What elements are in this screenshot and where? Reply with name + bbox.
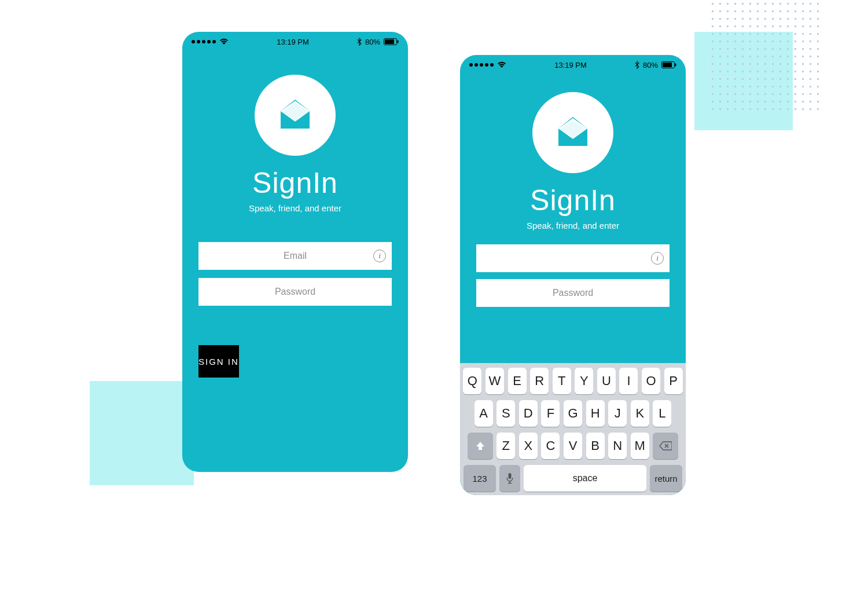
key-u[interactable]: U (597, 368, 616, 394)
key-x[interactable]: X (519, 433, 538, 459)
key-b[interactable]: B (586, 433, 605, 459)
key-c[interactable]: C (541, 433, 560, 459)
app-logo (255, 75, 336, 156)
key-l[interactable]: L (653, 400, 671, 427)
svg-rect-4 (663, 63, 672, 67)
email-field-wrap: i (476, 244, 670, 272)
key-e[interactable]: E (508, 368, 527, 394)
status-time: 13:19 PM (277, 38, 309, 46)
key-numbers[interactable]: 123 (464, 465, 496, 492)
svg-rect-2 (398, 41, 399, 43)
phone-signin-idle: 13:19 PM 80% (182, 32, 408, 472)
bluetooth-icon (635, 61, 639, 69)
key-y[interactable]: Y (575, 368, 593, 394)
key-shift[interactable] (468, 433, 493, 459)
key-h[interactable]: H (586, 400, 605, 427)
key-backspace[interactable] (653, 433, 678, 459)
battery-icon (661, 61, 676, 68)
phone-signin-keyboard: 13:19 PM 80% (460, 55, 686, 495)
svg-rect-1 (385, 39, 394, 44)
key-mic[interactable] (499, 465, 520, 492)
key-s[interactable]: S (496, 400, 515, 427)
key-t[interactable]: T (553, 368, 571, 394)
key-m[interactable]: M (631, 433, 649, 459)
key-i[interactable]: I (619, 368, 638, 394)
signin-button[interactable]: SIGN IN (198, 345, 239, 378)
key-return[interactable]: return (650, 465, 682, 492)
key-z[interactable]: Z (496, 433, 515, 459)
key-n[interactable]: N (608, 433, 627, 459)
key-w[interactable]: W (486, 368, 504, 394)
battery-percent: 80% (643, 61, 658, 69)
cellular-signal-icon (469, 63, 494, 67)
app-subtitle: Speak, friend, and enter (249, 203, 341, 213)
battery-icon (384, 38, 399, 45)
email-field[interactable] (198, 242, 392, 270)
email-field-wrap: i (198, 242, 392, 270)
key-space[interactable]: space (524, 465, 646, 492)
key-f[interactable]: F (541, 400, 560, 427)
app-logo (532, 92, 613, 173)
app-title: SignIn (530, 184, 616, 217)
key-j[interactable]: J (608, 400, 627, 427)
envelope-open-icon (553, 111, 593, 154)
status-bar: 13:19 PM 80% (460, 55, 686, 75)
onscreen-keyboard: QWERTYUIOP ASDFGHJKL ZXCVBNM 123 space r… (460, 363, 686, 495)
svg-rect-6 (509, 473, 512, 479)
key-q[interactable]: Q (463, 368, 481, 394)
key-p[interactable]: P (664, 368, 683, 394)
app-subtitle: Speak, friend, and enter (527, 221, 619, 230)
key-k[interactable]: K (631, 400, 649, 427)
wifi-icon (497, 61, 506, 68)
envelope-open-icon (275, 94, 315, 137)
info-icon[interactable]: i (373, 250, 386, 262)
key-a[interactable]: A (475, 400, 493, 427)
password-field-wrap (476, 279, 670, 307)
battery-percent: 80% (365, 38, 380, 46)
info-icon[interactable]: i (651, 252, 664, 265)
bluetooth-icon (357, 38, 362, 46)
key-r[interactable]: R (530, 368, 549, 394)
key-d[interactable]: D (519, 400, 538, 427)
password-field[interactable] (476, 279, 670, 307)
password-field[interactable] (198, 278, 392, 306)
key-g[interactable]: G (564, 400, 582, 427)
wifi-icon (219, 38, 229, 45)
status-bar: 13:19 PM 80% (182, 32, 408, 52)
key-v[interactable]: V (564, 433, 582, 459)
svg-rect-5 (675, 64, 676, 67)
password-field-wrap (198, 278, 392, 306)
email-field[interactable] (476, 244, 670, 272)
app-title: SignIn (252, 166, 338, 200)
cellular-signal-icon (192, 40, 216, 43)
key-o[interactable]: O (642, 368, 660, 394)
status-time: 13:19 PM (554, 61, 587, 69)
